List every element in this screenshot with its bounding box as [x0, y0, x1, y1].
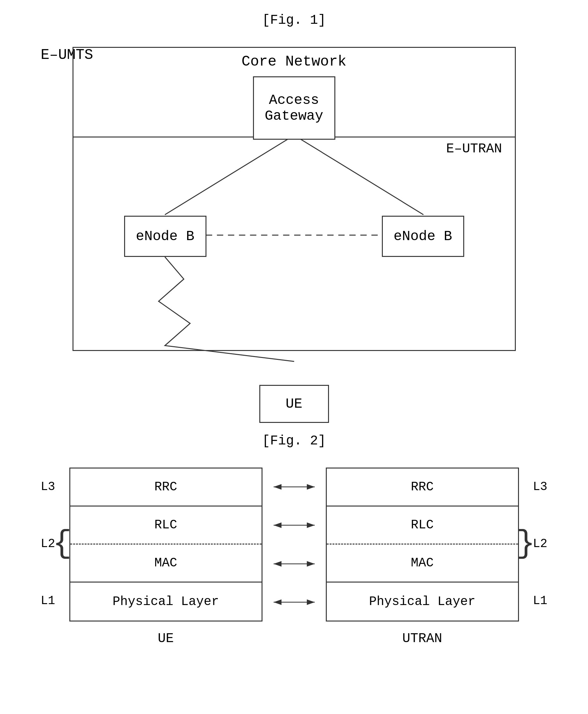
l2-right-label: { L2 [522, 506, 547, 582]
mac-left-label: MAC [154, 556, 177, 570]
mac-right-label: MAC [411, 556, 434, 570]
rlc-arrow-row [262, 506, 326, 545]
left-layer-labels: L3 L2 { L1 [41, 468, 66, 621]
rlc-right-label: RLC [411, 518, 434, 532]
access-gateway-label: AccessGateway [265, 92, 323, 124]
l1-right-label: L1 [522, 582, 547, 619]
fig2-container: L3 L2 { L1 RRC RLC [41, 468, 547, 646]
fig1-container: E–UMTS Core Network E–UTRAN AccessGatewa… [41, 47, 547, 351]
ue-label-fig1: UE [286, 396, 302, 412]
fig1-title: [Fig. 1] [19, 13, 569, 28]
right-layer-labels: L3 { L2 L1 [522, 468, 547, 621]
l3-right-label: L3 [522, 468, 547, 506]
l1-left-label: L1 [41, 582, 66, 619]
bottom-labels: UE UTRAN [41, 631, 547, 646]
right-protocol-box: RRC RLC MAC Physical Layer [326, 468, 519, 621]
physical-layer-right-row: Physical Layer [327, 583, 518, 620]
fig2-layout: L3 L2 { L1 RRC RLC [41, 468, 547, 621]
rrc-arrow [269, 481, 319, 493]
rrc-arrow-row [262, 468, 326, 506]
fig2-title: [Fig. 2] [19, 433, 569, 449]
rrc-left-label: RRC [154, 480, 177, 494]
physical-layer-left-row: Physical Layer [70, 583, 261, 620]
rrc-right-row: RRC [327, 469, 518, 507]
rrc-right-label: RRC [411, 480, 434, 494]
rlc-right-row: RLC [327, 507, 518, 545]
utran-bottom-label: UTRAN [326, 631, 519, 646]
mac-arrow-row [262, 545, 326, 583]
l2-left-label: L2 { [41, 506, 66, 582]
rlc-left-row: RLC [70, 507, 261, 545]
rlc-left-label: RLC [154, 518, 177, 532]
middle-arrows [262, 468, 326, 621]
bottom-middle-spacer [262, 631, 326, 646]
enode-b-left-box: eNode B [124, 216, 207, 257]
physical-arrow-row [262, 583, 326, 622]
ue-box-fig1: UE [259, 385, 329, 423]
rlc-arrow [269, 519, 319, 532]
rrc-left-row: RRC [70, 469, 261, 507]
physical-layer-left-label: Physical Layer [112, 595, 219, 609]
eumts-box: Core Network E–UTRAN AccessGateway eNode… [72, 47, 516, 351]
physical-layer-right-label: Physical Layer [369, 595, 475, 609]
mac-left-row: MAC [70, 545, 261, 583]
l3-left-label: L3 [41, 468, 66, 506]
enode-b-right-label: eNode B [394, 228, 452, 244]
ue-bottom-label: UE [69, 631, 262, 646]
mac-right-row: MAC [327, 545, 518, 583]
physical-arrow [269, 596, 319, 609]
enode-b-right-box: eNode B [382, 216, 464, 257]
mac-arrow [269, 557, 319, 570]
enode-b-left-label: eNode B [136, 228, 194, 244]
access-gateway-box: AccessGateway [253, 76, 335, 140]
left-protocol-box: RRC RLC MAC Physical Layer [69, 468, 262, 621]
